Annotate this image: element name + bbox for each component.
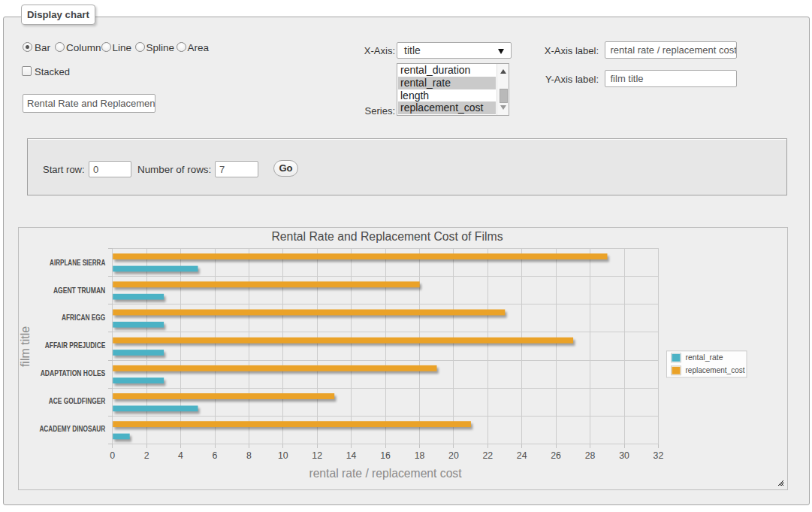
svg-text:22: 22 [482, 450, 493, 461]
svg-text:ADAPTATION HOLES: ADAPTATION HOLES [41, 369, 106, 377]
svg-text:AFFAIR PREJUDICE: AFFAIR PREJUDICE [45, 341, 106, 350]
svg-text:AGENT TRUMAN: AGENT TRUMAN [53, 286, 105, 295]
svg-text:rental_rate: rental_rate [686, 353, 723, 362]
svg-text:16: 16 [380, 450, 391, 461]
svg-text:8: 8 [246, 450, 252, 461]
svg-text:6: 6 [213, 450, 218, 461]
svg-text:AFRICAN EGG: AFRICAN EGG [62, 314, 105, 322]
svg-text:26: 26 [551, 450, 561, 461]
svg-text:30: 30 [619, 450, 629, 461]
svg-text:ACE GOLDFINGER: ACE GOLDFINGER [49, 397, 106, 405]
svg-text:24: 24 [517, 450, 527, 461]
svg-text:12: 12 [312, 450, 322, 461]
svg-text:AIRPLANE SIERRA: AIRPLANE SIERRA [50, 259, 106, 267]
svg-text:replacement_cost: replacement_cost [686, 365, 746, 374]
svg-text:20: 20 [448, 450, 459, 461]
svg-text:ACADEMY DINOSAUR: ACADEMY DINOSAUR [39, 425, 105, 433]
svg-text:10: 10 [278, 450, 288, 461]
svg-text:32: 32 [654, 450, 664, 461]
svg-text:rental rate / replacement cost: rental rate / replacement cost [309, 467, 462, 480]
svg-text:28: 28 [585, 450, 596, 461]
svg-text:2: 2 [144, 450, 149, 461]
svg-text:14: 14 [346, 450, 357, 461]
svg-text:film title: film title [19, 326, 32, 367]
svg-text:4: 4 [178, 450, 183, 461]
svg-text:Rental Rate and Replacement Co: Rental Rate and Replacement Cost of Film… [271, 230, 503, 243]
svg-text:18: 18 [415, 450, 425, 461]
svg-text:0: 0 [110, 450, 115, 461]
